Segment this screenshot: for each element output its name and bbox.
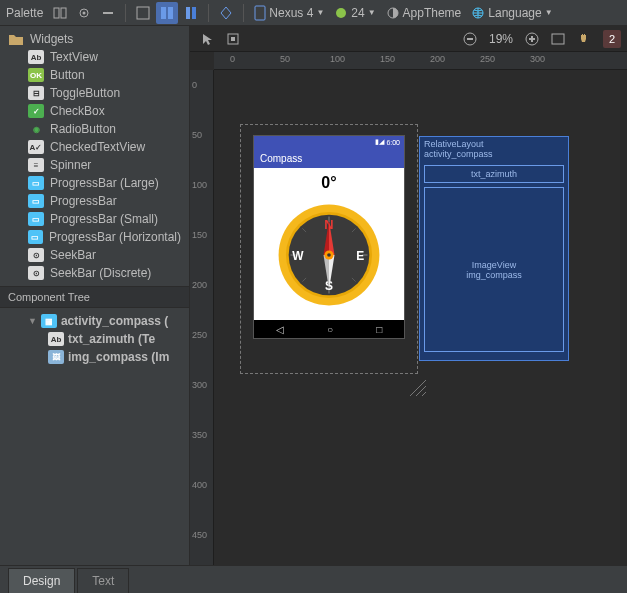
globe-icon [471, 6, 485, 20]
svg-rect-8 [186, 7, 190, 19]
design-surface-icon[interactable] [132, 2, 154, 24]
widget-label: ProgressBar (Large) [50, 176, 159, 190]
widget-icon: ⊙ [28, 266, 44, 280]
widget-icon: ▭ [28, 176, 44, 190]
palette-folder-widgets[interactable]: Widgets [0, 30, 189, 48]
widget-icon: ▭ [28, 194, 44, 208]
svg-rect-15 [231, 37, 235, 41]
phone-icon [254, 5, 266, 21]
device-preview[interactable]: ▮◢ 6:00 Compass 0° [254, 136, 404, 338]
svg-line-45 [422, 392, 426, 396]
zoom-out-icon[interactable] [459, 28, 481, 50]
palette-item[interactable]: ◉RadioButton [0, 120, 189, 138]
palette-item[interactable]: OKButton [0, 66, 189, 84]
palette-item[interactable]: ✓CheckBox [0, 102, 189, 120]
canvas[interactable]: ▮◢ 6:00 Compass 0° [214, 70, 627, 565]
chevron-down-icon: ▼ [316, 8, 324, 17]
blueprint-txt[interactable]: txt_azimuth [424, 165, 564, 183]
palette-item[interactable]: ⊟ToggleButton [0, 84, 189, 102]
orientation-icon[interactable] [180, 2, 202, 24]
folder-icon [8, 32, 24, 46]
widget-icon: ◉ [28, 122, 44, 136]
pan-icon[interactable] [222, 28, 244, 50]
android-icon [334, 6, 348, 20]
palette-view-icon[interactable] [49, 2, 71, 24]
palette-item[interactable]: AbTextView [0, 48, 189, 66]
nav-recent-icon: □ [376, 324, 382, 335]
design-toolbar: 19% 2 [190, 26, 627, 52]
palette-item[interactable]: ≡Spinner [0, 156, 189, 174]
ruler-horizontal: 050100150200250300 [214, 52, 627, 70]
tree-item-txt[interactable]: Ab txt_azimuth (Te [0, 330, 189, 348]
blueprint-img[interactable]: ImageView img_compass [424, 187, 564, 352]
widget-icon: ⊙ [28, 248, 44, 262]
palette-toolbar: Palette Nexus 4 ▼ 24 ▼ AppTheme Language… [0, 0, 627, 26]
widget-icon: ⊟ [28, 86, 44, 100]
tab-design[interactable]: Design [8, 568, 75, 593]
tree-root[interactable]: ▼ ▦ activity_compass ( [0, 312, 189, 330]
svg-point-11 [336, 8, 346, 18]
contrast-icon [386, 6, 400, 20]
svg-rect-21 [552, 34, 564, 44]
widget-label: CheckedTextView [50, 140, 145, 154]
widget-icon: Ab [28, 50, 44, 64]
svg-rect-6 [161, 7, 166, 19]
widget-icon: ≡ [28, 158, 44, 172]
svg-point-42 [327, 253, 331, 257]
theme-selector[interactable]: AppTheme [382, 2, 466, 24]
palette-item[interactable]: ⊙SeekBar (Discrete) [0, 264, 189, 282]
svg-rect-5 [137, 7, 149, 19]
palette-item[interactable]: ▭ProgressBar (Large) [0, 174, 189, 192]
warning-badge[interactable]: 2 [603, 30, 621, 48]
svg-rect-0 [54, 8, 59, 18]
pan-hand-icon[interactable] [573, 28, 595, 50]
expand-icon: ▼ [28, 316, 37, 326]
zoom-level: 19% [489, 32, 513, 46]
minimize-icon[interactable] [97, 2, 119, 24]
zoom-fit-icon[interactable] [547, 28, 569, 50]
widget-icon: ✓ [28, 104, 44, 118]
language-selector[interactable]: Language ▼ [467, 2, 556, 24]
palette-item[interactable]: ▭ProgressBar (Small) [0, 210, 189, 228]
zoom-in-icon[interactable] [521, 28, 543, 50]
svg-line-44 [416, 386, 426, 396]
svg-point-3 [83, 11, 86, 14]
select-icon[interactable] [196, 28, 218, 50]
widget-label: SeekBar [50, 248, 96, 262]
palette-title: Palette [6, 6, 43, 20]
svg-text:W: W [292, 249, 304, 263]
svg-rect-10 [255, 6, 265, 20]
widget-icon: OK [28, 68, 44, 82]
widget-label: ProgressBar [50, 194, 117, 208]
palette-list: Widgets AbTextViewOKButton⊟ToggleButton✓… [0, 26, 189, 286]
chevron-down-icon: ▼ [368, 8, 376, 17]
nav-back-icon: ◁ [276, 324, 284, 335]
gear-icon[interactable] [73, 2, 95, 24]
azimuth-text: 0° [321, 174, 336, 192]
tree-item-img[interactable]: 🖼 img_compass (Im [0, 348, 189, 366]
api-selector[interactable]: 24 ▼ [330, 2, 379, 24]
blueprint-preview[interactable]: RelativeLayout activity_compass txt_azim… [419, 136, 569, 361]
component-tree-header: Component Tree [0, 286, 189, 308]
tab-text[interactable]: Text [77, 568, 129, 593]
palette-item[interactable]: ▭ProgressBar [0, 192, 189, 210]
palette-item[interactable]: A✓CheckedTextView [0, 138, 189, 156]
widget-label: SeekBar (Discrete) [50, 266, 151, 280]
svg-rect-9 [192, 7, 196, 19]
blueprint-root-label: RelativeLayout activity_compass [420, 137, 568, 161]
widget-label: RadioButton [50, 122, 116, 136]
widget-icon: A✓ [28, 140, 44, 154]
svg-rect-17 [467, 38, 473, 40]
widget-label: ProgressBar (Horizontal) [49, 230, 181, 244]
device-selector[interactable]: Nexus 4 ▼ [250, 2, 328, 24]
left-pane: Widgets AbTextViewOKButton⊟ToggleButton✓… [0, 26, 190, 565]
widget-label: CheckBox [50, 104, 105, 118]
palette-item[interactable]: ⊙SeekBar [0, 246, 189, 264]
ruler-vertical: 050100150200250300350400450 [190, 70, 214, 565]
component-tree: ▼ ▦ activity_compass ( Ab txt_azimuth (T… [0, 308, 189, 370]
widget-label: TextView [50, 50, 98, 64]
theme-editor-icon[interactable] [215, 2, 237, 24]
blueprint-toggle-icon[interactable] [156, 2, 178, 24]
palette-item[interactable]: ▭ProgressBar (Horizontal) [0, 228, 189, 246]
resize-handle-icon[interactable] [408, 378, 428, 398]
